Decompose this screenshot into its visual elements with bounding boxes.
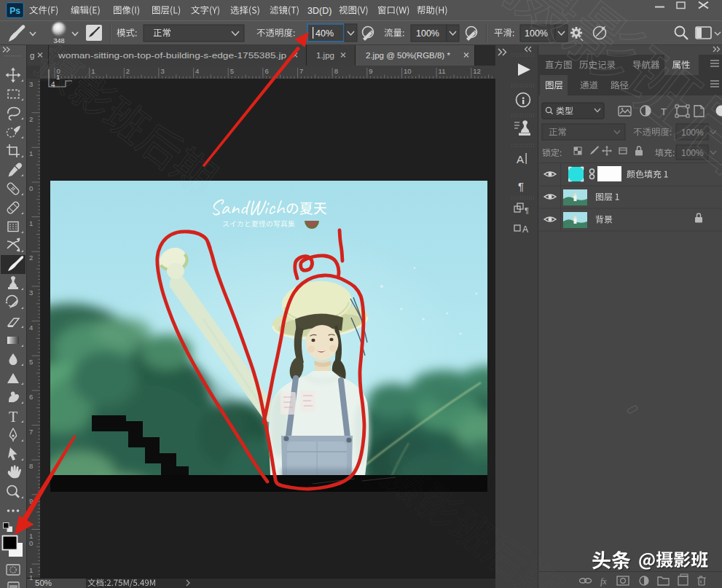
svg-text:6: 6 <box>29 393 33 401</box>
svg-text:2.jpg @ 50%(RGB/8) *: 2.jpg @ 50%(RGB/8) * <box>366 51 450 60</box>
svg-text:50%: 50% <box>35 579 52 587</box>
svg-text:3: 3 <box>29 80 33 88</box>
svg-text:3D(D): 3D(D) <box>307 6 331 16</box>
svg-text:1.jpg: 1.jpg <box>316 51 334 60</box>
svg-text:T: T <box>9 409 17 425</box>
svg-text:2: 2 <box>29 254 33 262</box>
svg-text:2: 2 <box>29 115 33 123</box>
svg-text:40%: 40% <box>315 28 334 39</box>
svg-text:100%: 100% <box>416 28 439 39</box>
svg-text:0: 0 <box>29 184 33 192</box>
svg-text:1: 1 <box>29 573 33 581</box>
svg-text:2: 2 <box>126 67 130 75</box>
svg-text:woman-sitting-on-top-of-buildi: woman-sitting-on-top-of-building-s-edge-… <box>58 51 286 60</box>
svg-text:12: 12 <box>473 67 481 75</box>
svg-text:8: 8 <box>334 67 338 75</box>
svg-text:A: A <box>517 153 524 165</box>
svg-text:¶: ¶ <box>525 206 529 215</box>
svg-text:¶: ¶ <box>518 180 524 192</box>
svg-text:1: 1 <box>29 219 33 227</box>
svg-text:8: 8 <box>29 462 33 470</box>
svg-text:9: 9 <box>369 67 372 75</box>
svg-text:10: 10 <box>404 67 412 75</box>
svg-text:6: 6 <box>264 67 268 75</box>
svg-text:3: 3 <box>29 289 33 297</box>
svg-text:1: 1 <box>29 149 33 157</box>
svg-text:7: 7 <box>299 67 303 75</box>
svg-text:5: 5 <box>29 358 33 366</box>
svg-text:0: 0 <box>29 539 33 547</box>
svg-text:fx: fx <box>600 576 607 587</box>
svg-text:A: A <box>522 224 528 235</box>
svg-text:348: 348 <box>53 37 64 44</box>
svg-text:3: 3 <box>160 67 164 75</box>
svg-text:7: 7 <box>29 428 33 436</box>
svg-text:4: 4 <box>195 67 199 75</box>
svg-text:g: g <box>30 51 34 60</box>
svg-text:Ps: Ps <box>9 6 20 16</box>
svg-text:5: 5 <box>230 67 234 75</box>
svg-text:11: 11 <box>439 67 446 75</box>
svg-text:4: 4 <box>29 324 33 332</box>
